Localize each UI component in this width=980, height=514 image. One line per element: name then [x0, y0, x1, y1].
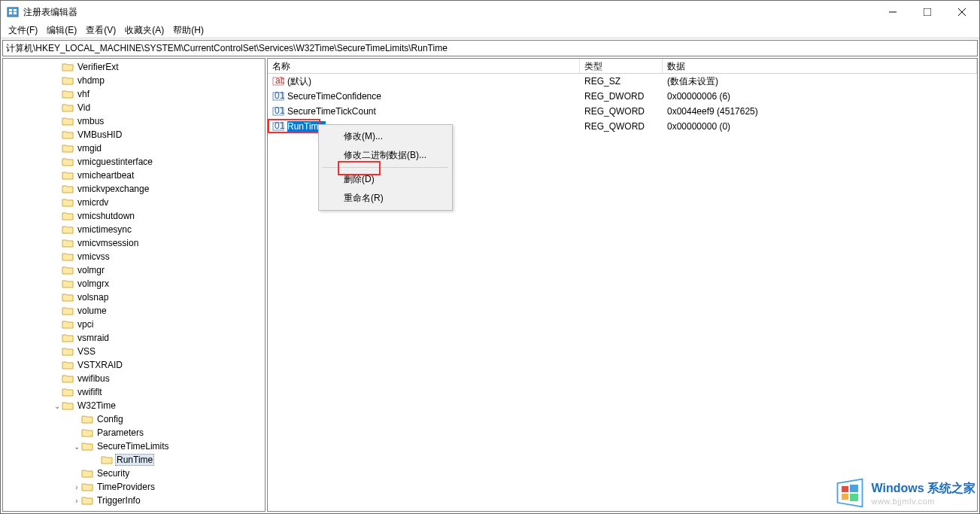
value-name-cell: 011SecureTimeConfidence: [268, 90, 580, 102]
tree-item[interactable]: RunTime: [3, 453, 265, 467]
ctx-modify-binary[interactable]: 修改二进制数据(B)...: [321, 146, 450, 165]
tree-label: vmicshutdown: [76, 211, 136, 221]
tree-label: TimeProviders: [96, 482, 156, 492]
svg-text:ab: ab: [275, 75, 284, 86]
address-bar[interactable]: 计算机\HKEY_LOCAL_MACHINE\SYSTEM\CurrentCon…: [2, 40, 978, 56]
value-data-cell: 0x00000006 (6): [663, 91, 977, 102]
ctx-rename[interactable]: 重命名(R): [321, 189, 450, 208]
minimize-button[interactable]: [875, 1, 910, 23]
value-type-cell: REG_DWORD: [580, 91, 663, 102]
menu-view[interactable]: 查看(V): [81, 24, 120, 37]
tree-label: RunTime: [115, 454, 154, 466]
tree-item[interactable]: vhf: [3, 87, 265, 101]
tree-item[interactable]: vmickvpexchange: [3, 182, 265, 196]
minimize-icon: [889, 8, 897, 16]
maximize-icon: [924, 8, 931, 16]
tree-label: TriggerInfo: [96, 495, 142, 506]
svg-rect-6: [924, 8, 931, 16]
tree-toggle-icon[interactable]: ⌄: [72, 443, 81, 451]
tree-label: VSTXRAID: [76, 360, 124, 370]
tree-item[interactable]: vmicvmsession: [3, 236, 265, 250]
tree-item[interactable]: vmgid: [3, 141, 265, 155]
column-type[interactable]: 类型: [580, 59, 663, 73]
value-data-cell: 0x0044eef9 (4517625): [663, 106, 977, 117]
tree-item[interactable]: Parameters: [3, 426, 265, 439]
svg-rect-3: [14, 9, 17, 11]
tree-item[interactable]: ⌄SecureTimeLimits: [3, 439, 265, 453]
tree-label: vmickvpexchange: [76, 184, 150, 194]
context-menu: 修改(M)... 修改二进制数据(B)... 删除(D) 重命名(R): [318, 124, 453, 211]
tree-label: Vid: [76, 102, 92, 113]
tree-item[interactable]: vwifibus: [3, 372, 265, 385]
tree-label: Parameters: [96, 427, 145, 438]
tree-label: vmictimesync: [76, 224, 133, 235]
menu-edit[interactable]: 编辑(E): [42, 24, 81, 37]
svg-rect-2: [9, 12, 12, 14]
value-type-cell: REG_SZ: [580, 76, 663, 87]
value-row[interactable]: 011SecureTimeConfidenceREG_DWORD0x000000…: [268, 89, 977, 104]
tree-toggle-icon[interactable]: ›: [72, 483, 81, 491]
value-row[interactable]: ab(默认)REG_SZ(数值未设置): [268, 74, 977, 89]
tree-item[interactable]: volmgr: [3, 263, 265, 277]
tree-label: Config: [96, 414, 125, 424]
tree-item[interactable]: VerifierExt: [3, 60, 265, 74]
column-data[interactable]: 数据: [663, 59, 977, 73]
app-icon: [7, 6, 19, 18]
window-title: 注册表编辑器: [23, 6, 875, 19]
tree-item[interactable]: vmicshutdown: [3, 209, 265, 223]
tree-label: vmicheartbeat: [76, 170, 135, 181]
tree-label: VMBusHID: [76, 129, 123, 140]
tree-item[interactable]: Security: [3, 467, 265, 480]
tree-item[interactable]: Config: [3, 412, 265, 426]
tree-label: vpci: [76, 319, 95, 330]
tree-item[interactable]: Vid: [3, 101, 265, 114]
tree-item[interactable]: ⌄W32Time: [3, 399, 265, 412]
tree-item[interactable]: volsnap: [3, 290, 265, 304]
tree-item[interactable]: vmicrdv: [3, 196, 265, 209]
ctx-modify[interactable]: 修改(M)...: [321, 127, 450, 146]
tree-item[interactable]: vhdmp: [3, 74, 265, 87]
tree-label: volume: [76, 306, 108, 316]
titlebar[interactable]: 注册表编辑器: [1, 1, 979, 23]
address-text: 计算机\HKEY_LOCAL_MACHINE\SYSTEM\CurrentCon…: [6, 42, 448, 55]
tree-item[interactable]: ›TimeProviders: [3, 480, 265, 494]
tree-label: vmbus: [76, 116, 105, 126]
menu-file[interactable]: 文件(F): [4, 24, 42, 37]
svg-text:011: 011: [275, 90, 284, 101]
tree-item[interactable]: vsmraid: [3, 331, 265, 345]
value-data-cell: (数值未设置): [663, 75, 977, 88]
tree-label: VerifierExt: [76, 62, 120, 72]
tree-label: vhf: [76, 89, 91, 99]
value-row[interactable]: 011SecureTimeTickCountREG_QWORD0x0044eef…: [268, 104, 977, 119]
column-name[interactable]: 名称: [268, 59, 580, 73]
tree-item[interactable]: volume: [3, 304, 265, 318]
tree-pane[interactable]: VerifierExtvhdmpvhfVidvmbusVMBusHIDvmgid…: [2, 58, 265, 512]
value-name-cell: 011SecureTimeTickCount: [268, 105, 580, 117]
tree-item[interactable]: vmbus: [3, 114, 265, 128]
list-header: 名称 类型 数据: [268, 59, 977, 74]
svg-text:011: 011: [275, 105, 284, 116]
tree-item[interactable]: vwififlt: [3, 385, 265, 399]
tree-label: vmicrdv: [76, 197, 110, 208]
value-list-pane[interactable]: 名称 类型 数据 ab(默认)REG_SZ(数值未设置)011SecureTim…: [267, 58, 978, 512]
menu-help[interactable]: 帮助(H): [168, 24, 208, 37]
tree-label: vsmraid: [76, 333, 111, 343]
ctx-delete[interactable]: 删除(D): [321, 170, 450, 189]
tree-item[interactable]: VSS: [3, 345, 265, 358]
tree-item[interactable]: vmicheartbeat: [3, 169, 265, 182]
tree-item[interactable]: VMBusHID: [3, 128, 265, 141]
tree-item[interactable]: vmicguestinterface: [3, 155, 265, 169]
tree-label: vmicguestinterface: [76, 157, 154, 167]
menu-favorites[interactable]: 收藏夹(A): [120, 24, 168, 37]
tree-item[interactable]: volmgrx: [3, 277, 265, 290]
tree-item[interactable]: vpci: [3, 318, 265, 331]
tree-toggle-icon[interactable]: ›: [72, 497, 81, 505]
tree-item[interactable]: VSTXRAID: [3, 358, 265, 372]
tree-item[interactable]: vmictimesync: [3, 223, 265, 236]
tree-item[interactable]: ›TriggerInfo: [3, 494, 265, 507]
tree-item[interactable]: vmicvss: [3, 250, 265, 263]
tree-label: volsnap: [76, 292, 110, 303]
close-button[interactable]: [945, 1, 979, 23]
tree-toggle-icon[interactable]: ⌄: [53, 402, 62, 410]
maximize-button[interactable]: [910, 1, 945, 23]
